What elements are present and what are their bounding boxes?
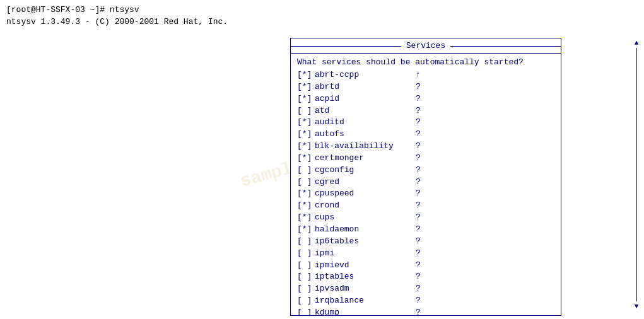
service-name: cgconfig	[315, 165, 416, 177]
right-scrollbar: ▲ ▼	[633, 39, 640, 310]
service-row[interactable]: [*] crond?	[297, 200, 554, 212]
service-row[interactable]: [*] autofs?	[297, 129, 554, 141]
service-row[interactable]: [ ] irqbalance?	[297, 295, 554, 307]
service-row[interactable]: [ ] ipvsadm?	[297, 283, 554, 295]
service-name: blk-availability	[315, 141, 416, 153]
service-status: ?	[416, 260, 421, 272]
service-status: ?	[416, 129, 421, 141]
service-status: ?	[416, 248, 421, 260]
service-checkbox: [*]	[297, 69, 315, 81]
service-name: ipmi	[315, 248, 416, 260]
service-row[interactable]: [ ] iptables?	[297, 271, 554, 283]
service-row[interactable]: [*] blk-availability?	[297, 141, 554, 153]
service-row[interactable]: [ ] ipmi?	[297, 248, 554, 260]
service-row[interactable]: [*] cups?	[297, 212, 554, 224]
service-name: acpid	[315, 93, 416, 105]
service-name: autofs	[315, 129, 416, 141]
service-name: cgred	[315, 177, 416, 188]
service-name: irqbalance	[315, 295, 416, 307]
service-checkbox: [ ]	[297, 271, 315, 283]
command-line: [root@HT-SSFX-03 ~]# ntsysv	[6, 5, 638, 14]
service-name: abrt-ccpp	[315, 69, 416, 81]
service-name: cpuspeed	[315, 188, 416, 200]
dialog-title: Services	[401, 41, 450, 50]
service-checkbox: [*]	[297, 117, 315, 129]
service-name: auditd	[315, 117, 416, 129]
service-status: ?	[416, 153, 421, 165]
service-row[interactable]: [*] haldaemon?	[297, 224, 554, 236]
service-status: ?	[416, 200, 421, 212]
service-checkbox: [*]	[297, 212, 315, 224]
service-status: ?	[416, 117, 421, 129]
service-checkbox: [*]	[297, 153, 315, 165]
service-status: ?	[416, 141, 421, 153]
service-status: ?	[416, 236, 421, 248]
service-row[interactable]: [*] certmonger?	[297, 153, 554, 165]
service-name: abrtd	[315, 81, 416, 93]
service-checkbox: [*]	[297, 93, 315, 105]
service-status: ?	[416, 188, 421, 200]
service-status: ?	[416, 177, 421, 188]
service-checkbox: [ ]	[297, 307, 315, 315]
service-checkbox: [ ]	[297, 177, 315, 188]
service-name: haldaemon	[315, 224, 416, 236]
service-name: ipmievd	[315, 260, 416, 272]
service-row[interactable]: [ ] ipmievd?	[297, 260, 554, 272]
service-status: ?	[416, 295, 421, 307]
service-name: iptables	[315, 271, 416, 283]
service-status: ?	[416, 105, 421, 117]
service-checkbox: [ ]	[297, 260, 315, 272]
services-dialog: Services What services should be automat…	[290, 38, 561, 316]
service-checkbox: [ ]	[297, 295, 315, 307]
service-row[interactable]: [ ] kdump?	[297, 307, 554, 315]
service-name: certmonger	[315, 153, 416, 165]
service-checkbox: [ ]	[297, 248, 315, 260]
service-status: ?	[416, 271, 421, 283]
service-row[interactable]: [*] abrt-ccpp↑	[297, 69, 554, 81]
service-row[interactable]: [ ] cgconfig?	[297, 165, 554, 177]
service-row[interactable]: [ ] ip6tables?	[297, 236, 554, 248]
service-status: ?	[416, 81, 421, 93]
service-checkbox: [*]	[297, 200, 315, 212]
service-row[interactable]: [*] abrtd?	[297, 81, 554, 93]
service-status: ?	[416, 165, 421, 177]
service-status: ↑	[416, 69, 421, 81]
service-row[interactable]: [*] acpid?	[297, 93, 554, 105]
service-status: ?	[416, 224, 421, 236]
scroll-down-arrow[interactable]: ▼	[633, 303, 640, 310]
service-status: ?	[416, 283, 421, 295]
service-checkbox: [*]	[297, 141, 315, 153]
services-list: [*] abrt-ccpp↑[*] abrtd?[*] acpid?[ ] at…	[291, 69, 561, 315]
service-row[interactable]: [ ] atd?	[297, 105, 554, 117]
service-name: atd	[315, 105, 416, 117]
service-row[interactable]: [*] auditd?	[297, 117, 554, 129]
terminal-window: [root@HT-SSFX-03 ~]# ntsysv ntsysv 1.3.4…	[0, 0, 644, 319]
service-row[interactable]: [ ] cgred?	[297, 177, 554, 188]
service-checkbox: [*]	[297, 81, 315, 93]
service-status: ?	[416, 212, 421, 224]
dialog-subtitle: What services should be automatically st…	[291, 54, 561, 69]
service-checkbox: [ ]	[297, 105, 315, 117]
service-checkbox: [ ]	[297, 236, 315, 248]
service-checkbox: [*]	[297, 129, 315, 141]
service-name: ip6tables	[315, 236, 416, 248]
scroll-line	[636, 48, 637, 301]
service-name: cups	[315, 212, 416, 224]
service-checkbox: [ ]	[297, 283, 315, 295]
service-status: ?	[416, 93, 421, 105]
service-row[interactable]: [*] cpuspeed?	[297, 188, 554, 200]
service-checkbox: [ ]	[297, 165, 315, 177]
scroll-up-arrow[interactable]: ▲	[633, 39, 640, 47]
service-name: kdump	[315, 307, 416, 315]
service-checkbox: [*]	[297, 188, 315, 200]
version-line: ntsysv 1.3.49.3 - (C) 2000-2001 Red Hat,…	[6, 17, 638, 26]
service-checkbox: [*]	[297, 224, 315, 236]
service-name: crond	[315, 200, 416, 212]
service-status: ?	[416, 307, 421, 315]
dialog-title-bar: Services	[291, 38, 561, 54]
service-name: ipvsadm	[315, 283, 416, 295]
